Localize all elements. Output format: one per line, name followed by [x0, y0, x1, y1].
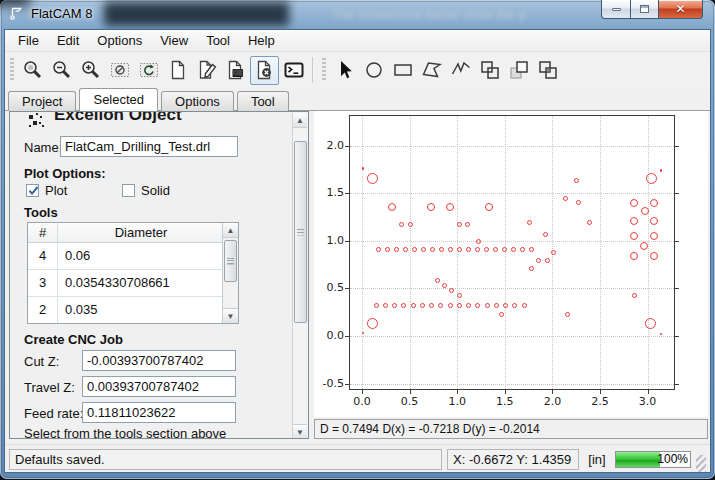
- toolbar-drag-handle[interactable]: [322, 58, 326, 82]
- drill-hole-marker: [565, 312, 570, 317]
- drill-hole-marker: [485, 303, 490, 308]
- progress-bar: 100%: [615, 451, 691, 468]
- toolbar-icon-pointer[interactable]: [330, 56, 359, 85]
- tools-table-scrollbar[interactable]: ▲ ▼: [222, 223, 238, 323]
- tool-diameter[interactable]: 0.0354330708661: [58, 270, 224, 296]
- x-tick-label: 3.0: [633, 395, 663, 408]
- plot-canvas[interactable]: 0.00.51.01.52.02.53.02.01.51.00.50.0-0.5: [314, 111, 708, 417]
- cut-z-input[interactable]: [82, 350, 236, 371]
- travel-z-input[interactable]: [82, 376, 236, 397]
- y-tick: [345, 384, 349, 385]
- toolbar-icon-draw-rectangle[interactable]: [388, 56, 417, 85]
- drill-hole-marker: [457, 222, 462, 227]
- tab-project[interactable]: Project: [8, 91, 76, 111]
- flatcam-window: The screenshot below show the p FlatCAM …: [0, 0, 715, 479]
- resize-grip[interactable]: [696, 455, 706, 473]
- tool-diameter[interactable]: 0.035: [58, 297, 224, 323]
- drill-hole-marker: [494, 303, 499, 308]
- toolbar-separator: [312, 57, 313, 83]
- y-tick: [345, 336, 349, 337]
- toolbar-icon-new-file[interactable]: [163, 56, 192, 85]
- checkbox-box[interactable]: [122, 184, 135, 197]
- tab-selected[interactable]: Selected: [79, 88, 158, 111]
- scroll-down-icon[interactable]: ▼: [293, 424, 307, 439]
- scroll-up-icon[interactable]: ▲: [293, 113, 307, 128]
- menu-file[interactable]: File: [9, 31, 48, 50]
- gridline: [350, 193, 674, 194]
- drill-hole-marker: [645, 318, 656, 329]
- y-tick-label: -0.5: [315, 377, 344, 390]
- excellon-object-panel: Excellon Object Name: Plot Options: Plot: [9, 111, 309, 439]
- drill-hole-marker: [448, 303, 453, 308]
- solid-checkbox[interactable]: Solid: [122, 183, 170, 198]
- menu-help[interactable]: Help: [239, 31, 284, 50]
- toolbar-icon-ok-file[interactable]: Ok: [221, 56, 250, 85]
- close-button[interactable]: ✕: [659, 0, 703, 19]
- scrollbar-thumb[interactable]: [224, 240, 237, 282]
- tool-number[interactable]: 3: [28, 270, 58, 296]
- status-message: Defaults saved.: [9, 449, 442, 470]
- y-tick: [675, 193, 679, 194]
- feed-rate-input[interactable]: [82, 402, 236, 423]
- toolbar-icon-zoom-out[interactable]: [47, 56, 76, 85]
- scrollbar-thumb[interactable]: [294, 141, 307, 323]
- drill-hole-marker: [522, 303, 527, 308]
- tool-row[interactable]: 20.035: [28, 297, 238, 324]
- toolbar-icon-subtract[interactable]: [504, 56, 533, 85]
- toolbar-drag-handle[interactable]: [10, 58, 14, 82]
- drill-hole-marker: [411, 303, 416, 308]
- menu-options[interactable]: Options: [88, 31, 151, 50]
- readout-text: D = 0.7494 D(x) = -0.7218 D(y) = -0.2014: [320, 422, 540, 436]
- panel-scrollbar[interactable]: ▲ ▼: [292, 113, 307, 439]
- drill-hole-marker: [457, 247, 462, 252]
- x-tick-label: 1.0: [442, 395, 472, 408]
- toolbar-icon-draw-circle[interactable]: [359, 56, 388, 85]
- titlebar[interactable]: The screenshot below show the p FlatCAM …: [0, 0, 715, 29]
- drill-hole-marker: [430, 247, 435, 252]
- maximize-button[interactable]: [630, 0, 659, 19]
- toolbar-icon-shell[interactable]: [279, 56, 308, 85]
- toolbar-icon-zoom-fit[interactable]: [18, 56, 47, 85]
- y-tick-label: 1.5: [315, 186, 344, 199]
- tool-diameter[interactable]: 0.06: [58, 243, 224, 269]
- drill-hole-marker: [362, 167, 364, 169]
- x-tick-label: 1.5: [490, 395, 520, 408]
- toolbar-icon-draw-polygon[interactable]: [417, 56, 446, 85]
- measurement-readout: D = 0.7494 D(x) = -0.7218 D(y) = -0.2014: [314, 419, 708, 439]
- toolbar-icon-replot[interactable]: [134, 56, 163, 85]
- tab-options[interactable]: Options: [161, 91, 234, 111]
- toolbar-icon-intersect[interactable]: [533, 56, 562, 85]
- y-tick-label: 0.5: [315, 281, 344, 294]
- x-tick: [648, 390, 649, 394]
- tool-row[interactable]: 30.0354330708661: [28, 270, 238, 297]
- menu-view[interactable]: View: [151, 31, 197, 50]
- tool-number[interactable]: 2: [28, 297, 58, 323]
- gridline: [350, 146, 674, 147]
- name-input[interactable]: [60, 136, 238, 157]
- toolbar-icon-delete-file[interactable]: [250, 56, 279, 85]
- drill-hole-marker: [475, 247, 480, 252]
- column-header-diameter[interactable]: Diameter: [58, 223, 224, 242]
- minimize-button[interactable]: [601, 0, 630, 19]
- tool-row[interactable]: 40.06: [28, 243, 238, 270]
- y-tick: [675, 384, 679, 385]
- toolbar-icon-draw-path[interactable]: [446, 56, 475, 85]
- tab-tool[interactable]: Tool: [237, 91, 289, 111]
- toolbar-icon-edit-file[interactable]: [192, 56, 221, 85]
- x-tick: [410, 390, 411, 394]
- scroll-down-icon[interactable]: ▼: [223, 308, 238, 323]
- tool-number[interactable]: 4: [28, 243, 58, 269]
- drill-hole-marker: [449, 288, 454, 293]
- menu-edit[interactable]: Edit: [48, 31, 88, 50]
- gridline: [350, 288, 674, 289]
- toolbar-icon-union[interactable]: [475, 56, 504, 85]
- toolbar-icon-clear-plot[interactable]: [105, 56, 134, 85]
- scroll-up-icon[interactable]: ▲: [223, 223, 238, 238]
- toolbar-icon-zoom-in[interactable]: [76, 56, 105, 85]
- tools-table: # Diameter 40.0630.035433070866120.035 ▲…: [27, 222, 239, 324]
- menu-tool[interactable]: Tool: [197, 31, 239, 50]
- drill-hole-marker: [383, 303, 388, 308]
- plot-checkbox[interactable]: Plot: [26, 183, 67, 198]
- column-header-number[interactable]: #: [28, 223, 58, 242]
- checkbox-box[interactable]: [26, 184, 39, 197]
